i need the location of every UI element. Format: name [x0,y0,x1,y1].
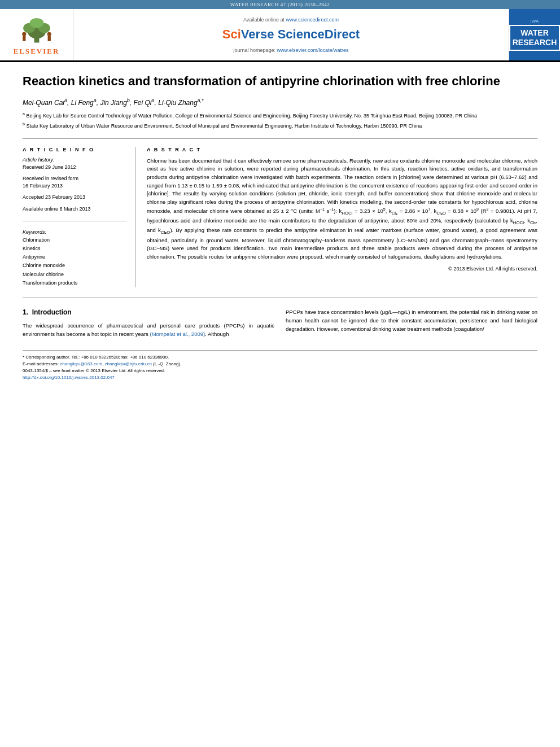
article-info-column: A R T I C L E I N F O Article history: R… [23,147,135,288]
sciencedirect-url[interactable]: www.sciencedirect.com [286,17,339,23]
available-online-text: Available online at www.sciencedirect.co… [243,17,339,23]
author-fei-qi: Fei Qi [134,99,152,107]
iwa-label: IWA [531,19,539,24]
introduction-two-col: 1. Introduction The widespread occurrenc… [23,308,537,338]
keywords-label: Keywords: [23,229,127,235]
introduction-section: 1. Introduction The widespread occurrenc… [23,308,537,338]
email-note: E-mail addresses: zhangliqiu@163.com, zh… [23,361,537,368]
keyword-antipyrine: Antipyrine [23,253,127,261]
copyright-text: © 2013 Elsevier Ltd. All rights reserved… [147,266,537,272]
revised-date: Received in revised form16 February 2013 [23,175,127,189]
author-mei-quan-cai: Mei-Quan Cai [23,99,64,107]
svg-rect-8 [47,36,50,41]
header-center: Available online at www.sciencedirect.co… [73,9,509,60]
article-title: Reaction kinetics and transformation of … [23,73,537,90]
doi-note: http://dx.doi.org/10.1016/j.watres.2013.… [23,374,537,381]
svg-point-4 [29,18,43,28]
intro-heading: 1. Introduction [23,308,274,316]
author-li-feng: Li Feng [71,99,94,107]
elsevier-tree-icon [14,14,59,45]
keyword-chlorine-monoxide: Chlorine monoxide [23,261,127,270]
journal-top-bar: WATER RESEARCH 47 (2013) 2830–2842 [0,0,560,9]
sciverse-logo: SciVerse ScienceDirect [222,27,360,42]
article-info-title: A R T I C L E I N F O [23,147,127,152]
affiliations: a Beijing Key Lab for Source Control Tec… [23,111,537,130]
keyword-transformation-products: Transformation products [23,279,127,287]
received-date: Received 29 June 2012 [23,164,127,171]
header-divider [23,138,537,139]
intro-col-left: 1. Introduction The widespread occurrenc… [23,308,274,338]
affiliation-a: a Beijing Key Lab for Source Control Tec… [23,111,537,120]
abstract-column: A B S T R A C T Chlorine has been docume… [147,147,537,288]
section-divider [23,298,537,298]
doi-link[interactable]: http://dx.doi.org/10.1016/j.watres.2013.… [23,375,115,380]
journal-header: ELSEVIER Available online at www.science… [0,9,560,62]
svg-rect-6 [23,36,25,41]
footnotes: * Corresponding author. Tel.: +86 010 63… [23,350,537,381]
elsevier-logo: ELSEVIER [0,9,73,60]
journal-citation: WATER RESEARCH 47 (2013) 2830–2842 [230,2,330,7]
issn-note: 0043-1354/$ – see front matter © 2013 El… [23,368,537,374]
corresponding-author-note: * Corresponding author. Tel.: +86 010 63… [23,354,537,361]
intro-col-right: PPCPs have trace concentration levels (μ… [286,308,537,338]
author-jin-jiang: Jin Jiang [100,99,126,107]
journal-homepage: journal homepage: www.elsevier.com/locat… [233,47,348,53]
intro-text-col1: The widespread occurrence of pharmaceuti… [23,322,274,338]
email-link-2[interactable]: zhangliqiu@bjfu.edu.cn [105,361,152,366]
intro-text-col2: PPCPs have trace concentration levels (μ… [286,308,537,333]
author-li-qiu-zhang: Li-Qiu Zhang [158,99,197,107]
available-online-date: Available online 6 March 2013 [23,206,127,213]
abstract-title: A B S T R A C T [147,147,537,152]
main-content: Reaction kinetics and transformation of … [0,62,560,392]
authors-line: Mei-Quan Caia, Li Fenga, Jin Jiangb, Fei… [23,98,537,107]
history-label: Article history: [23,157,127,163]
journal-url[interactable]: www.elsevier.com/locate/watres [277,47,349,53]
article-info-abstract: A R T I C L E I N F O Article history: R… [23,147,537,288]
keyword-molecular-chlorine: Molecular chlorine [23,270,127,279]
water-research-logo: IWA WATERRESEARCH [509,9,560,60]
svg-point-7 [47,32,51,36]
affiliation-b: b State Key Laboratory of Urban Water Re… [23,121,537,130]
water-research-title: WATERRESEARCH [513,28,557,47]
accepted-date: Accepted 23 February 2013 [23,194,127,201]
info-divider [23,221,127,221]
reference-mompelat: (Mompelat et al., 2009) [150,331,205,337]
email-link-1[interactable]: zhangliqiu@163.com [60,361,102,366]
keyword-kinetics: Kinetics [23,244,127,253]
keyword-chlorination: Chlorination [23,236,127,244]
elsevier-brand-text: ELSEVIER [14,47,60,56]
svg-point-5 [22,32,26,36]
abstract-text: Chlorine has been documented that it can… [147,157,537,261]
keywords-list: Chlorination Kinetics Antipyrine Chlorin… [23,236,127,288]
